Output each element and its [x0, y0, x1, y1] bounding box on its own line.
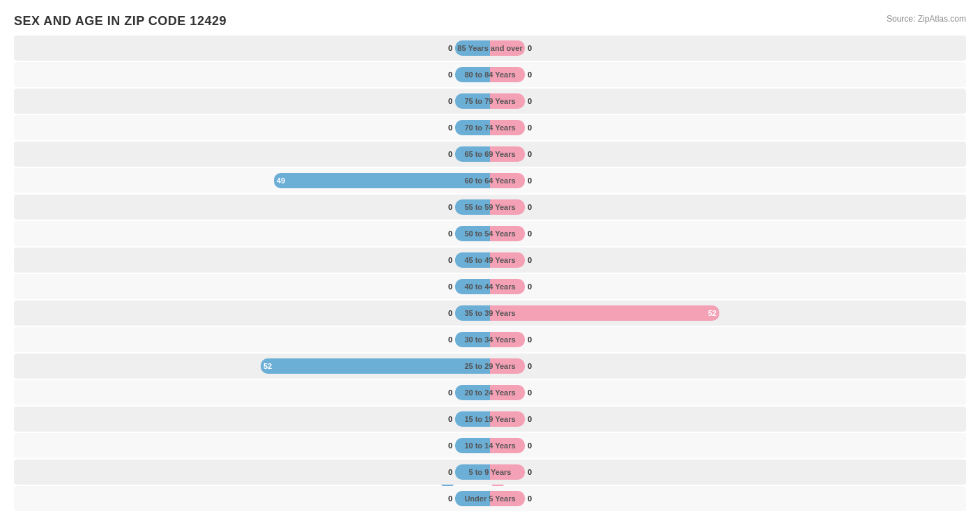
chart-title: SEX AND AGE IN ZIP CODE 12429: [14, 14, 227, 29]
female-bar: 0: [490, 40, 525, 56]
bar-row: 055 to 59 Years0: [14, 195, 966, 220]
male-value: 0: [448, 388, 452, 397]
bar-row: 070 to 74 Years0: [14, 115, 966, 140]
male-value: 0: [448, 123, 452, 132]
male-bar: 0: [455, 411, 490, 427]
right-half: 0: [490, 380, 966, 405]
left-half: 0: [14, 433, 490, 458]
male-value: 0: [448, 441, 452, 450]
right-half: 0: [490, 407, 966, 432]
male-bar: 0: [455, 226, 490, 241]
male-value: 49: [277, 176, 285, 185]
bar-row: 085 Years and over0: [14, 36, 966, 61]
female-bar: 0: [490, 93, 525, 109]
male-bar: 0: [455, 438, 490, 453]
male-value: 0: [448, 282, 452, 291]
male-bar: 0: [455, 40, 490, 56]
male-bar: 0: [455, 120, 490, 135]
male-value: 0: [448, 70, 452, 79]
left-half: 0: [14, 36, 490, 61]
female-bar: 52: [490, 305, 719, 321]
male-value: 0: [448, 44, 452, 52]
female-value: 0: [528, 335, 532, 344]
male-value: 0: [448, 335, 452, 344]
female-bar: 0: [490, 438, 525, 453]
bar-row: 015 to 19 Years0: [14, 407, 966, 432]
female-bar: 0: [490, 173, 525, 188]
male-bar: 49: [274, 173, 490, 188]
male-bar: 0: [455, 199, 490, 215]
right-half: 0: [490, 354, 966, 379]
left-half: 0: [14, 301, 490, 326]
male-value: 52: [263, 362, 272, 370]
bar-row: 05 to 9 Years0: [14, 460, 966, 485]
left-half: 0: [14, 195, 490, 220]
male-value: 0: [448, 229, 452, 238]
female-value: 0: [528, 468, 532, 476]
female-value: 0: [528, 494, 532, 503]
female-value: 52: [708, 309, 717, 317]
female-value: 0: [528, 203, 532, 211]
left-half: 52: [14, 354, 490, 379]
right-half: 0: [490, 486, 966, 511]
male-bar: 0: [455, 279, 490, 294]
male-bar: 0: [455, 305, 490, 321]
female-value: 0: [528, 282, 532, 291]
right-half: 52: [490, 301, 966, 326]
female-bar: 0: [490, 411, 525, 427]
right-half: 0: [490, 221, 966, 246]
male-bar: 0: [455, 67, 490, 82]
left-half: 0: [14, 274, 490, 299]
right-half: 0: [490, 142, 966, 167]
female-value: 0: [528, 44, 532, 52]
right-half: 0: [490, 115, 966, 140]
female-value: 0: [528, 97, 532, 105]
right-half: 0: [490, 36, 966, 61]
female-value: 0: [528, 362, 532, 370]
bar-row: 010 to 14 Years0: [14, 433, 966, 458]
male-bar: 0: [455, 146, 490, 162]
left-half: 0: [14, 248, 490, 273]
female-value: 0: [528, 415, 532, 423]
right-half: 0: [490, 195, 966, 220]
male-bar: 52: [261, 358, 490, 374]
right-half: 0: [490, 62, 966, 87]
female-bar: 0: [490, 279, 525, 294]
title-row: SEX AND AGE IN ZIP CODE 12429 Source: Zi…: [14, 14, 966, 29]
male-bar: 0: [455, 252, 490, 268]
bar-row: 065 to 69 Years0: [14, 142, 966, 167]
bar-row: 080 to 84 Years0: [14, 62, 966, 87]
bar-row: 040 to 44 Years0: [14, 274, 966, 299]
female-bar: 0: [490, 385, 525, 400]
male-bar: 0: [455, 491, 490, 506]
right-half: 0: [490, 327, 966, 352]
male-bar: 0: [455, 332, 490, 347]
bar-row: 4960 to 64 Years0: [14, 168, 966, 193]
bar-row: 0Under 5 Years0: [14, 486, 966, 511]
right-half: 0: [490, 168, 966, 193]
left-half: 0: [14, 62, 490, 87]
female-value: 0: [528, 150, 532, 158]
female-bar: 0: [490, 358, 525, 374]
male-value: 0: [448, 150, 452, 158]
right-half: 0: [490, 248, 966, 273]
right-half: 0: [490, 89, 966, 114]
female-value: 0: [528, 441, 532, 450]
female-bar: 0: [490, 332, 525, 347]
male-bar: 0: [455, 464, 490, 480]
right-half: 0: [490, 274, 966, 299]
male-value: 0: [448, 415, 452, 423]
bar-row: 035 to 39 Years52: [14, 301, 966, 326]
left-half: 49: [14, 168, 490, 193]
female-bar: 0: [490, 120, 525, 135]
male-bar: 0: [455, 385, 490, 400]
chart-container: SEX AND AGE IN ZIP CODE 12429 Source: Zi…: [0, 0, 980, 516]
left-half: 0: [14, 115, 490, 140]
female-bar: 0: [490, 464, 525, 480]
male-value: 0: [448, 97, 452, 105]
left-half: 0: [14, 221, 490, 246]
bar-row: 045 to 49 Years0: [14, 248, 966, 273]
bar-row: 030 to 34 Years0: [14, 327, 966, 352]
female-value: 0: [528, 388, 532, 397]
right-half: 0: [490, 433, 966, 458]
